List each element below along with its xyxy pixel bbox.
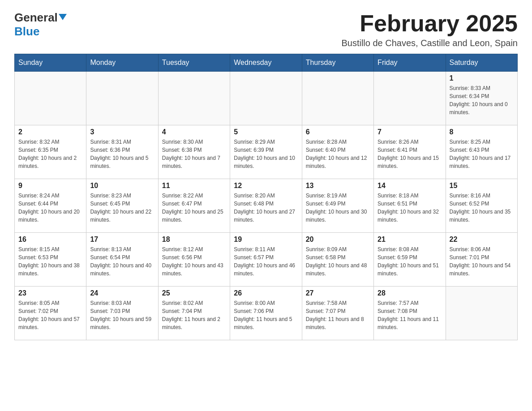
day-cell: 3Sunrise: 8:31 AMSunset: 6:36 PMDaylight… bbox=[86, 125, 158, 179]
day-number: 23 bbox=[18, 289, 82, 297]
day-cell bbox=[374, 72, 446, 125]
day-cell: 25Sunrise: 8:02 AMSunset: 7:04 PMDayligh… bbox=[158, 287, 230, 340]
day-number: 2 bbox=[18, 128, 82, 136]
week-row-0: 1Sunrise: 8:33 AMSunset: 6:34 PMDaylight… bbox=[15, 72, 518, 125]
day-number: 17 bbox=[90, 235, 154, 244]
day-number: 10 bbox=[90, 182, 154, 190]
day-number: 8 bbox=[450, 128, 514, 136]
header-sunday: Sunday bbox=[15, 54, 86, 72]
day-number: 26 bbox=[234, 289, 298, 297]
title-area: February 2025 Bustillo de Chaves, Castil… bbox=[341, 11, 518, 48]
day-number: 28 bbox=[378, 289, 442, 297]
day-info: Sunrise: 8:00 AMSunset: 7:06 PMDaylight:… bbox=[234, 299, 298, 331]
week-row-3: 16Sunrise: 8:15 AMSunset: 6:53 PMDayligh… bbox=[15, 233, 518, 287]
day-number: 14 bbox=[378, 182, 442, 190]
day-number: 22 bbox=[450, 235, 514, 244]
day-cell: 1Sunrise: 8:33 AMSunset: 6:34 PMDaylight… bbox=[446, 72, 517, 125]
day-number: 3 bbox=[90, 128, 154, 136]
day-info: Sunrise: 8:33 AMSunset: 6:34 PMDaylight:… bbox=[450, 84, 514, 116]
day-info: Sunrise: 8:19 AMSunset: 6:49 PMDaylight:… bbox=[306, 192, 370, 224]
day-cell: 21Sunrise: 8:08 AMSunset: 6:59 PMDayligh… bbox=[374, 233, 446, 287]
day-info: Sunrise: 8:23 AMSunset: 6:45 PMDaylight:… bbox=[90, 192, 154, 224]
day-cell: 2Sunrise: 8:32 AMSunset: 6:35 PMDaylight… bbox=[15, 125, 86, 179]
header-monday: Monday bbox=[86, 54, 158, 72]
day-number: 1 bbox=[450, 74, 514, 82]
day-cell bbox=[302, 72, 373, 125]
day-cell: 8Sunrise: 8:25 AMSunset: 6:43 PMDaylight… bbox=[446, 125, 517, 179]
day-cell: 15Sunrise: 8:16 AMSunset: 6:52 PMDayligh… bbox=[446, 179, 517, 233]
day-number: 5 bbox=[234, 128, 298, 136]
day-cell: 5Sunrise: 8:29 AMSunset: 6:39 PMDaylight… bbox=[230, 125, 302, 179]
day-info: Sunrise: 8:12 AMSunset: 6:56 PMDaylight:… bbox=[162, 245, 226, 278]
calendar-title: February 2025 bbox=[341, 11, 518, 36]
day-cell: 11Sunrise: 8:22 AMSunset: 6:47 PMDayligh… bbox=[158, 179, 230, 233]
calendar-subtitle: Bustillo de Chaves, Castille and Leon, S… bbox=[341, 38, 518, 48]
day-info: Sunrise: 8:09 AMSunset: 6:58 PMDaylight:… bbox=[306, 245, 370, 278]
day-number: 21 bbox=[378, 235, 442, 244]
day-cell: 27Sunrise: 7:58 AMSunset: 7:07 PMDayligh… bbox=[302, 287, 373, 340]
logo-blue: Blue bbox=[14, 25, 39, 38]
day-cell: 12Sunrise: 8:20 AMSunset: 6:48 PMDayligh… bbox=[230, 179, 302, 233]
header: General Blue February 2025 Bustillo de C… bbox=[14, 11, 518, 48]
day-info: Sunrise: 8:32 AMSunset: 6:35 PMDaylight:… bbox=[18, 138, 82, 170]
week-row-1: 2Sunrise: 8:32 AMSunset: 6:35 PMDaylight… bbox=[15, 125, 518, 179]
day-info: Sunrise: 8:05 AMSunset: 7:02 PMDaylight:… bbox=[18, 299, 82, 331]
header-saturday: Saturday bbox=[446, 54, 517, 72]
week-row-2: 9Sunrise: 8:24 AMSunset: 6:44 PMDaylight… bbox=[15, 179, 518, 233]
header-row: SundayMondayTuesdayWednesdayThursdayFrid… bbox=[15, 54, 518, 72]
day-number: 11 bbox=[162, 182, 226, 190]
day-info: Sunrise: 8:30 AMSunset: 6:38 PMDaylight:… bbox=[162, 138, 226, 170]
day-info: Sunrise: 8:06 AMSunset: 7:01 PMDaylight:… bbox=[450, 245, 514, 278]
week-row-4: 23Sunrise: 8:05 AMSunset: 7:02 PMDayligh… bbox=[15, 287, 518, 340]
day-info: Sunrise: 8:24 AMSunset: 6:44 PMDaylight:… bbox=[18, 192, 82, 224]
day-number: 15 bbox=[450, 182, 514, 190]
day-info: Sunrise: 7:58 AMSunset: 7:07 PMDaylight:… bbox=[306, 299, 370, 331]
day-cell: 9Sunrise: 8:24 AMSunset: 6:44 PMDaylight… bbox=[15, 179, 86, 233]
logo-arrow-icon bbox=[59, 14, 67, 22]
day-cell: 7Sunrise: 8:26 AMSunset: 6:41 PMDaylight… bbox=[374, 125, 446, 179]
day-number: 18 bbox=[162, 235, 226, 244]
day-number: 20 bbox=[306, 235, 370, 244]
day-number: 9 bbox=[18, 182, 82, 190]
day-info: Sunrise: 8:03 AMSunset: 7:03 PMDaylight:… bbox=[90, 299, 154, 331]
day-info: Sunrise: 8:28 AMSunset: 6:40 PMDaylight:… bbox=[306, 138, 370, 170]
day-info: Sunrise: 8:02 AMSunset: 7:04 PMDaylight:… bbox=[162, 299, 226, 331]
day-number: 12 bbox=[234, 182, 298, 190]
day-number: 13 bbox=[306, 182, 370, 190]
day-number: 27 bbox=[306, 289, 370, 297]
day-info: Sunrise: 8:20 AMSunset: 6:48 PMDaylight:… bbox=[234, 192, 298, 224]
day-info: Sunrise: 8:18 AMSunset: 6:51 PMDaylight:… bbox=[378, 192, 442, 224]
header-friday: Friday bbox=[374, 54, 446, 72]
day-cell: 17Sunrise: 8:13 AMSunset: 6:54 PMDayligh… bbox=[86, 233, 158, 287]
day-number: 24 bbox=[90, 289, 154, 297]
header-tuesday: Tuesday bbox=[158, 54, 230, 72]
day-cell: 24Sunrise: 8:03 AMSunset: 7:03 PMDayligh… bbox=[86, 287, 158, 340]
header-thursday: Thursday bbox=[302, 54, 373, 72]
day-info: Sunrise: 8:13 AMSunset: 6:54 PMDaylight:… bbox=[90, 245, 154, 278]
day-cell bbox=[86, 72, 158, 125]
calendar-table: SundayMondayTuesdayWednesdayThursdayFrid… bbox=[14, 54, 518, 340]
day-info: Sunrise: 8:08 AMSunset: 6:59 PMDaylight:… bbox=[378, 245, 442, 278]
day-info: Sunrise: 8:16 AMSunset: 6:52 PMDaylight:… bbox=[450, 192, 514, 224]
day-cell bbox=[158, 72, 230, 125]
svg-marker-0 bbox=[59, 14, 67, 20]
day-info: Sunrise: 8:11 AMSunset: 6:57 PMDaylight:… bbox=[234, 245, 298, 278]
day-number: 4 bbox=[162, 128, 226, 136]
day-cell bbox=[15, 72, 86, 125]
day-cell: 26Sunrise: 8:00 AMSunset: 7:06 PMDayligh… bbox=[230, 287, 302, 340]
day-cell: 14Sunrise: 8:18 AMSunset: 6:51 PMDayligh… bbox=[374, 179, 446, 233]
day-cell: 10Sunrise: 8:23 AMSunset: 6:45 PMDayligh… bbox=[86, 179, 158, 233]
day-cell: 16Sunrise: 8:15 AMSunset: 6:53 PMDayligh… bbox=[15, 233, 86, 287]
day-cell: 20Sunrise: 8:09 AMSunset: 6:58 PMDayligh… bbox=[302, 233, 373, 287]
day-number: 25 bbox=[162, 289, 226, 297]
day-info: Sunrise: 8:15 AMSunset: 6:53 PMDaylight:… bbox=[18, 245, 82, 278]
day-info: Sunrise: 8:26 AMSunset: 6:41 PMDaylight:… bbox=[378, 138, 442, 170]
day-info: Sunrise: 8:31 AMSunset: 6:36 PMDaylight:… bbox=[90, 138, 154, 170]
day-cell: 13Sunrise: 8:19 AMSunset: 6:49 PMDayligh… bbox=[302, 179, 373, 233]
day-cell: 28Sunrise: 7:57 AMSunset: 7:08 PMDayligh… bbox=[374, 287, 446, 340]
header-wednesday: Wednesday bbox=[230, 54, 302, 72]
logo: General Blue bbox=[14, 11, 67, 39]
day-number: 19 bbox=[234, 235, 298, 244]
day-cell: 18Sunrise: 8:12 AMSunset: 6:56 PMDayligh… bbox=[158, 233, 230, 287]
day-cell bbox=[446, 287, 517, 340]
